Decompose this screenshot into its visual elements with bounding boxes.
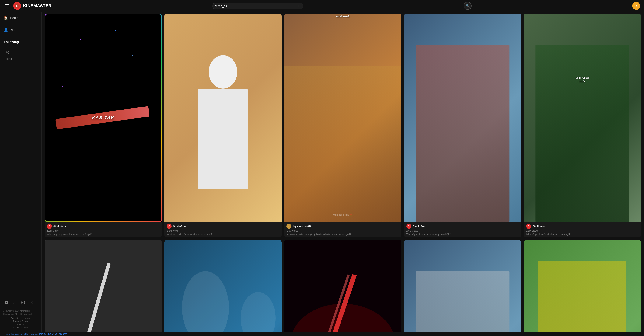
video-card-9[interactable]: S StudioArm xyxy=(404,240,521,332)
sidebar-divider-1 xyxy=(3,24,38,24)
video-card-7[interactable]: SUBSCRIBE S StudioArm xyxy=(164,240,282,332)
card-2-avatar: S xyxy=(167,224,172,229)
card-3-author-name: jayshreeram870 xyxy=(293,225,312,228)
card-1-views: 1.3M Views xyxy=(47,230,160,232)
card-4-avatar: S xyxy=(406,224,411,229)
video-card-8[interactable]: K KineMaster 6.4M Views xyxy=(284,240,401,332)
logo-text: KINEMASTER xyxy=(23,4,52,8)
svg-point-7 xyxy=(24,302,24,302)
card-3-thumb: जय माँ सरस्वती Coming soon 🤩 xyxy=(284,14,401,222)
card-10-thumb xyxy=(524,240,641,332)
card-2-info: S StudioArm 2.8M Views WhatsApp: https:/… xyxy=(164,222,282,238)
hamburger-menu[interactable] xyxy=(4,3,10,8)
card-2-author-name: StudioArm xyxy=(173,225,186,228)
card-5-overlay: CHIT CHATHUV xyxy=(575,76,589,83)
card-2-views: 2.8M Views xyxy=(167,230,279,232)
card-1-overlay: KAB TAK xyxy=(45,115,162,120)
video-card-4[interactable]: S StudioArm 2.4M Views WhatsApp: https:/… xyxy=(404,14,521,238)
card-1-avatar: S xyxy=(47,224,52,229)
card-4-views: 2.4M Views xyxy=(406,230,519,232)
card-2-thumb xyxy=(164,14,282,222)
video-card-1[interactable]: KAB TAK S StudioArm 1.3M Views WhatsApp:… xyxy=(45,14,162,238)
card-4-author: S StudioArm xyxy=(406,224,519,229)
card-8-thumb xyxy=(284,240,401,332)
search-icon: 🔍 xyxy=(466,4,470,8)
footer-links: Open Source License Terms of Service Pri… xyxy=(3,317,38,328)
privacy-link[interactable]: Privacy xyxy=(3,323,38,326)
card-2-author: S StudioArm xyxy=(167,224,279,229)
svg-text:f: f xyxy=(31,301,32,304)
sidebar-footer: Copyright © 2024 KineMaster Corporation,… xyxy=(0,308,42,330)
copyright-text: Copyright © 2024 KineMaster Corporation,… xyxy=(3,309,38,316)
card-5-info: S StudioArm 1.1M Views WhatsApp: https:/… xyxy=(524,222,641,238)
terms-link[interactable]: Terms of Service xyxy=(3,320,38,322)
card-5-author-name: StudioArm xyxy=(532,225,545,228)
card-3-avatar: J xyxy=(286,224,291,229)
card-6-thumb xyxy=(45,240,162,332)
card-2-desc: WhatsApp: https://chat.whatsapp.com/LVjf… xyxy=(167,233,279,236)
video-grid: KAB TAK S StudioArm 1.3M Views WhatsApp:… xyxy=(45,14,641,332)
svg-text:♪: ♪ xyxy=(13,301,15,304)
card-3-author: J jayshreeram870 xyxy=(286,224,399,229)
svg-point-6 xyxy=(22,302,24,303)
user-avatar[interactable]: Y xyxy=(632,2,640,10)
home-icon: 🏠 xyxy=(4,16,8,20)
card-9-thumb xyxy=(404,240,521,332)
search-clear-icon[interactable]: × xyxy=(298,4,300,8)
following-label: Following xyxy=(0,38,42,46)
card-3-desc: sarswati puja #sarswapyipuja24 #trends #… xyxy=(286,233,399,236)
card-5-author: S StudioArm xyxy=(526,224,639,229)
sidebar-item-you[interactable]: 👤 You xyxy=(0,26,42,34)
person-icon: 👤 xyxy=(4,28,8,32)
card-5-thumb: CHIT CHATHUV xyxy=(524,14,641,222)
svg-text:K: K xyxy=(16,4,18,8)
layout: 🏠 Home 👤 You Following Blog Pricing ♪ xyxy=(0,12,644,332)
search-button[interactable]: 🔍 xyxy=(464,2,472,10)
video-card-2[interactable]: S StudioArm 2.8M Views WhatsApp: https:/… xyxy=(164,14,282,238)
main-content: KAB TAK S StudioArm 1.3M Views WhatsApp:… xyxy=(42,12,644,332)
sidebar-divider-2 xyxy=(3,36,38,36)
sidebar-nav: 🏠 Home 👤 You Following Blog Pricing xyxy=(0,14,42,298)
card-3-views: 1.2M Views xyxy=(286,230,399,232)
video-card-10[interactable]: S StudioArm xyxy=(524,240,641,332)
sidebar-item-blog[interactable]: Blog xyxy=(0,48,42,56)
card-5-avatar: S xyxy=(526,224,531,229)
card-3-info: J jayshreeram870 1.2M Views sarswati puj… xyxy=(284,222,401,238)
card-1-author-name: StudioArm xyxy=(53,225,66,228)
card-1-desc: WhatsApp: https://chat.whatsapp.com/LVjf… xyxy=(47,233,160,236)
sidebar-item-pricing[interactable]: Pricing xyxy=(0,56,42,62)
search-bar: × xyxy=(212,3,303,9)
sidebar: 🏠 Home 👤 You Following Blog Pricing ♪ xyxy=(0,12,42,332)
card-1-info: S StudioArm 1.3M Views WhatsApp: https:/… xyxy=(45,222,162,238)
card-5-desc: WhatsApp: https://chat.whatsapp.com/LVjf… xyxy=(526,233,639,236)
open-source-link[interactable]: Open Source License xyxy=(3,317,38,319)
card-7-thumb: SUBSCRIBE xyxy=(164,240,282,332)
sidebar-item-home[interactable]: 🏠 Home xyxy=(0,14,42,22)
logo-icon: K xyxy=(13,2,21,10)
card-3-overlay: जय माँ सरस्वती xyxy=(284,15,401,18)
card-4-desc: WhatsApp: https://chat.whatsapp.com/LVjf… xyxy=(406,233,519,236)
facebook-icon[interactable]: f xyxy=(29,300,34,305)
instagram-icon[interactable] xyxy=(20,300,26,305)
header: K KINEMASTER × 🔍 Y xyxy=(0,0,644,12)
tiktok-icon[interactable]: ♪ xyxy=(12,300,18,305)
card-5-views: 1.1M Views xyxy=(526,230,639,232)
search-input[interactable] xyxy=(216,4,296,8)
card-4-info: S StudioArm 2.4M Views WhatsApp: https:/… xyxy=(404,222,521,238)
status-bar: https://kinemaster.com/kinespace/detail/… xyxy=(0,332,644,336)
youtube-icon[interactable] xyxy=(4,300,9,305)
social-icons: ♪ f xyxy=(0,298,42,308)
video-card-6[interactable]: S StudioArm xyxy=(45,240,162,332)
sidebar-you-label: You xyxy=(10,28,15,32)
logo[interactable]: K KINEMASTER xyxy=(13,2,52,10)
card-4-author-name: StudioArm xyxy=(413,225,425,228)
cookie-link[interactable]: Cookie Settings xyxy=(3,326,38,328)
sidebar-home-label: Home xyxy=(10,16,18,20)
card-4-thumb xyxy=(404,14,521,222)
card-1-author: S StudioArm xyxy=(47,224,160,229)
card-1-thumb: KAB TAK xyxy=(45,14,162,222)
video-card-3[interactable]: जय माँ सरस्वती Coming soon 🤩 J jayshreer… xyxy=(284,14,401,238)
video-card-5[interactable]: CHIT CHATHUV S StudioArm 1.1M Views What… xyxy=(524,14,641,238)
